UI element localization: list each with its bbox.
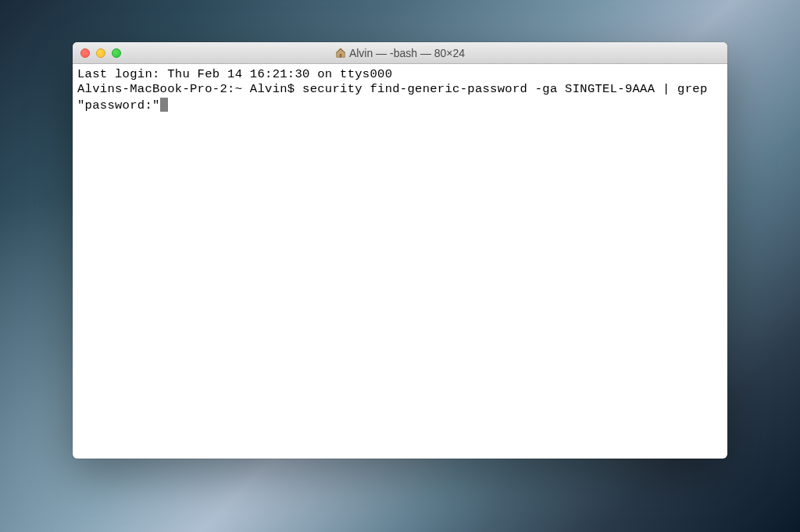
- last-login-line: Last login: Thu Feb 14 16:21:30 on ttys0…: [77, 67, 723, 82]
- home-icon: [335, 48, 346, 59]
- cursor: [160, 98, 168, 112]
- terminal-window: Alvin — -bash — 80×24 Last login: Thu Fe…: [73, 42, 727, 459]
- window-title: Alvin — -bash — 80×24: [73, 47, 727, 59]
- maximize-button[interactable]: [112, 48, 121, 58]
- title-text: Alvin — -bash — 80×24: [349, 47, 465, 59]
- traffic-lights: [73, 48, 121, 58]
- titlebar[interactable]: Alvin — -bash — 80×24: [73, 42, 727, 64]
- svg-rect-0: [340, 53, 342, 56]
- prompt: Alvins-MacBook-Pro-2:~ Alvin$: [77, 82, 302, 96]
- minimize-button[interactable]: [96, 48, 105, 58]
- close-button[interactable]: [80, 48, 90, 58]
- terminal-content[interactable]: Last login: Thu Feb 14 16:21:30 on ttys0…: [73, 64, 727, 116]
